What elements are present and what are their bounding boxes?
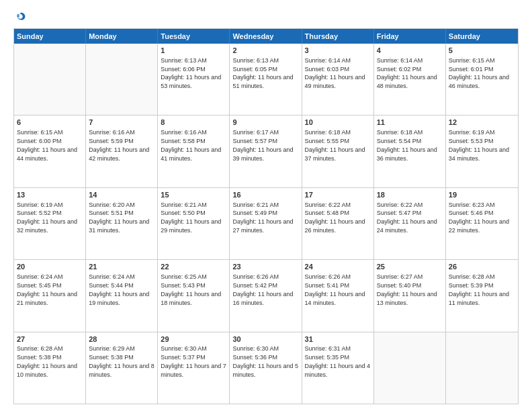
day-number: 26 bbox=[449, 262, 515, 272]
empty-cell bbox=[14, 44, 86, 115]
day-number: 18 bbox=[377, 190, 443, 200]
cell-info: Sunrise: 6:26 AM Sunset: 5:41 PM Dayligh… bbox=[305, 273, 365, 306]
day-cell-1: 1Sunrise: 6:13 AM Sunset: 6:06 PM Daylig… bbox=[158, 44, 230, 115]
day-cell-14: 14Sunrise: 6:20 AM Sunset: 5:51 PM Dayli… bbox=[86, 188, 158, 259]
week-row-4: 20Sunrise: 6:24 AM Sunset: 5:45 PM Dayli… bbox=[14, 259, 518, 331]
cell-info: Sunrise: 6:26 AM Sunset: 5:42 PM Dayligh… bbox=[232, 273, 293, 306]
day-number: 19 bbox=[449, 190, 515, 200]
day-cell-16: 16Sunrise: 6:21 AM Sunset: 5:49 PM Dayli… bbox=[230, 188, 302, 259]
header-day-saturday: Saturday bbox=[446, 29, 518, 44]
week-row-1: 1Sunrise: 6:13 AM Sunset: 6:06 PM Daylig… bbox=[14, 44, 518, 115]
day-number: 2 bbox=[232, 46, 298, 56]
day-cell-4: 4Sunrise: 6:14 AM Sunset: 6:02 PM Daylig… bbox=[374, 44, 446, 115]
day-number: 8 bbox=[161, 118, 226, 128]
day-number: 27 bbox=[17, 334, 83, 345]
cell-info: Sunrise: 6:18 AM Sunset: 5:55 PM Dayligh… bbox=[305, 129, 365, 161]
header-day-thursday: Thursday bbox=[302, 29, 374, 44]
week-row-2: 6Sunrise: 6:15 AM Sunset: 6:00 PM Daylig… bbox=[14, 115, 518, 187]
cell-info: Sunrise: 6:18 AM Sunset: 5:54 PM Dayligh… bbox=[377, 129, 437, 161]
cell-info: Sunrise: 6:22 AM Sunset: 5:48 PM Dayligh… bbox=[305, 201, 365, 234]
day-number: 30 bbox=[232, 334, 298, 345]
cell-info: Sunrise: 6:21 AM Sunset: 5:50 PM Dayligh… bbox=[161, 201, 221, 234]
day-cell-21: 21Sunrise: 6:24 AM Sunset: 5:44 PM Dayli… bbox=[86, 260, 158, 331]
cell-info: Sunrise: 6:31 AM Sunset: 5:35 PM Dayligh… bbox=[305, 345, 371, 377]
day-cell-19: 19Sunrise: 6:23 AM Sunset: 5:46 PM Dayli… bbox=[446, 188, 518, 259]
day-cell-8: 8Sunrise: 6:16 AM Sunset: 5:58 PM Daylig… bbox=[158, 116, 230, 187]
logo-text bbox=[13, 11, 27, 23]
day-cell-24: 24Sunrise: 6:26 AM Sunset: 5:41 PM Dayli… bbox=[302, 260, 374, 331]
day-cell-30: 30Sunrise: 6:30 AM Sunset: 5:36 PM Dayli… bbox=[230, 332, 302, 404]
day-cell-25: 25Sunrise: 6:27 AM Sunset: 5:40 PM Dayli… bbox=[374, 260, 446, 331]
empty-cell bbox=[86, 44, 158, 115]
header-day-monday: Monday bbox=[86, 29, 158, 44]
day-cell-7: 7Sunrise: 6:16 AM Sunset: 5:59 PM Daylig… bbox=[86, 116, 158, 187]
header-day-wednesday: Wednesday bbox=[230, 29, 302, 44]
week-row-3: 13Sunrise: 6:19 AM Sunset: 5:52 PM Dayli… bbox=[14, 187, 518, 259]
day-cell-31: 31Sunrise: 6:31 AM Sunset: 5:35 PM Dayli… bbox=[302, 332, 374, 404]
cell-info: Sunrise: 6:17 AM Sunset: 5:57 PM Dayligh… bbox=[232, 129, 293, 161]
calendar: SundayMondayTuesdayWednesdayThursdayFrid… bbox=[13, 28, 519, 404]
cell-info: Sunrise: 6:30 AM Sunset: 5:37 PM Dayligh… bbox=[161, 345, 226, 377]
day-number: 21 bbox=[89, 262, 154, 272]
empty-cell bbox=[374, 332, 446, 404]
empty-cell bbox=[446, 332, 518, 404]
day-number: 24 bbox=[305, 262, 371, 272]
cell-info: Sunrise: 6:16 AM Sunset: 5:58 PM Dayligh… bbox=[161, 129, 221, 161]
calendar-body: 1Sunrise: 6:13 AM Sunset: 6:06 PM Daylig… bbox=[14, 44, 518, 404]
header-day-sunday: Sunday bbox=[14, 29, 86, 44]
cell-info: Sunrise: 6:14 AM Sunset: 6:02 PM Dayligh… bbox=[377, 57, 437, 89]
day-cell-3: 3Sunrise: 6:14 AM Sunset: 6:03 PM Daylig… bbox=[302, 44, 374, 115]
cell-info: Sunrise: 6:23 AM Sunset: 5:46 PM Dayligh… bbox=[449, 201, 509, 234]
cell-info: Sunrise: 6:14 AM Sunset: 6:03 PM Dayligh… bbox=[305, 57, 365, 89]
day-cell-23: 23Sunrise: 6:26 AM Sunset: 5:42 PM Dayli… bbox=[230, 260, 302, 331]
logo-bird-icon bbox=[15, 11, 27, 23]
day-cell-9: 9Sunrise: 6:17 AM Sunset: 5:57 PM Daylig… bbox=[230, 116, 302, 187]
day-number: 10 bbox=[305, 118, 371, 128]
day-cell-6: 6Sunrise: 6:15 AM Sunset: 6:00 PM Daylig… bbox=[14, 116, 86, 187]
logo bbox=[13, 11, 27, 23]
day-number: 5 bbox=[449, 46, 515, 56]
day-number: 29 bbox=[161, 334, 226, 345]
day-number: 4 bbox=[377, 46, 443, 56]
header-day-tuesday: Tuesday bbox=[158, 29, 230, 44]
day-number: 7 bbox=[89, 118, 154, 128]
cell-info: Sunrise: 6:16 AM Sunset: 5:59 PM Dayligh… bbox=[89, 129, 149, 161]
day-cell-26: 26Sunrise: 6:28 AM Sunset: 5:39 PM Dayli… bbox=[446, 260, 518, 331]
cell-info: Sunrise: 6:24 AM Sunset: 5:44 PM Dayligh… bbox=[89, 273, 149, 306]
day-number: 13 bbox=[17, 190, 83, 200]
cell-info: Sunrise: 6:21 AM Sunset: 5:49 PM Dayligh… bbox=[232, 201, 293, 234]
cell-info: Sunrise: 6:19 AM Sunset: 5:53 PM Dayligh… bbox=[449, 129, 509, 161]
page: SundayMondayTuesdayWednesdayThursdayFrid… bbox=[0, 0, 532, 411]
day-cell-11: 11Sunrise: 6:18 AM Sunset: 5:54 PM Dayli… bbox=[374, 116, 446, 187]
header-day-friday: Friday bbox=[374, 29, 446, 44]
cell-info: Sunrise: 6:28 AM Sunset: 5:38 PM Dayligh… bbox=[17, 345, 77, 377]
day-cell-18: 18Sunrise: 6:22 AM Sunset: 5:47 PM Dayli… bbox=[374, 188, 446, 259]
day-cell-29: 29Sunrise: 6:30 AM Sunset: 5:37 PM Dayli… bbox=[158, 332, 230, 404]
cell-info: Sunrise: 6:20 AM Sunset: 5:51 PM Dayligh… bbox=[89, 201, 149, 234]
day-number: 9 bbox=[232, 118, 298, 128]
cell-info: Sunrise: 6:13 AM Sunset: 6:05 PM Dayligh… bbox=[232, 57, 293, 89]
day-number: 31 bbox=[305, 334, 371, 345]
day-number: 3 bbox=[305, 46, 371, 56]
day-number: 16 bbox=[232, 190, 298, 200]
day-cell-10: 10Sunrise: 6:18 AM Sunset: 5:55 PM Dayli… bbox=[302, 116, 374, 187]
day-cell-5: 5Sunrise: 6:15 AM Sunset: 6:01 PM Daylig… bbox=[446, 44, 518, 115]
day-number: 23 bbox=[232, 262, 298, 272]
calendar-header: SundayMondayTuesdayWednesdayThursdayFrid… bbox=[14, 29, 518, 44]
week-row-5: 27Sunrise: 6:28 AM Sunset: 5:38 PM Dayli… bbox=[14, 332, 518, 404]
cell-info: Sunrise: 6:15 AM Sunset: 6:01 PM Dayligh… bbox=[449, 57, 509, 89]
day-number: 20 bbox=[17, 262, 83, 272]
header bbox=[13, 11, 519, 23]
day-number: 12 bbox=[449, 118, 515, 128]
cell-info: Sunrise: 6:28 AM Sunset: 5:39 PM Dayligh… bbox=[449, 273, 509, 306]
day-cell-17: 17Sunrise: 6:22 AM Sunset: 5:48 PM Dayli… bbox=[302, 188, 374, 259]
cell-info: Sunrise: 6:13 AM Sunset: 6:06 PM Dayligh… bbox=[161, 57, 221, 89]
day-cell-12: 12Sunrise: 6:19 AM Sunset: 5:53 PM Dayli… bbox=[446, 116, 518, 187]
cell-info: Sunrise: 6:30 AM Sunset: 5:36 PM Dayligh… bbox=[232, 345, 298, 377]
day-number: 14 bbox=[89, 190, 154, 200]
day-cell-22: 22Sunrise: 6:25 AM Sunset: 5:43 PM Dayli… bbox=[158, 260, 230, 331]
day-number: 1 bbox=[161, 46, 226, 56]
cell-info: Sunrise: 6:19 AM Sunset: 5:52 PM Dayligh… bbox=[17, 201, 77, 234]
cell-info: Sunrise: 6:25 AM Sunset: 5:43 PM Dayligh… bbox=[161, 273, 221, 306]
cell-info: Sunrise: 6:27 AM Sunset: 5:40 PM Dayligh… bbox=[377, 273, 437, 306]
